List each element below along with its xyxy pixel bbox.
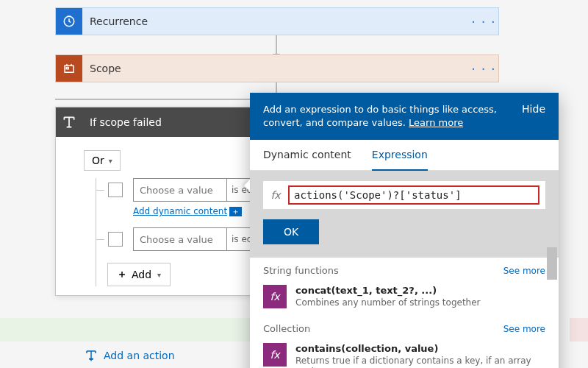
card-recurrence[interactable]: Recurrence · · · bbox=[55, 7, 499, 35]
function-signature: concat(text_1, text_2?, ...) bbox=[295, 285, 481, 296]
add-condition-button[interactable]: ＋ Add ▾ bbox=[107, 263, 171, 286]
add-action-icon bbox=[85, 349, 98, 362]
category-header: Collection See more bbox=[250, 316, 559, 337]
card-scope[interactable]: Scope · · · bbox=[55, 54, 499, 82]
function-description: Combines any number of strings together bbox=[295, 297, 481, 308]
panel-header: Add an expression to do basic things lik… bbox=[250, 93, 559, 140]
scrollbar-thumb[interactable] bbox=[547, 247, 557, 280]
chevron-down-icon: ▾ bbox=[109, 157, 112, 165]
card-recurrence-title: Recurrence bbox=[82, 15, 469, 27]
plus-icon: ＋ bbox=[229, 207, 242, 216]
add-action-label: Add an action bbox=[104, 350, 175, 361]
card-scope-menu[interactable]: · · · bbox=[469, 61, 498, 77]
expression-input-wrap: fx bbox=[263, 181, 545, 209]
card-scope-title: Scope bbox=[82, 63, 469, 74]
function-item[interactable]: fx contains(collection, value) Returns t… bbox=[250, 337, 559, 368]
learn-more-link[interactable]: Learn more bbox=[409, 117, 463, 128]
add-action-button[interactable]: Add an action bbox=[85, 349, 175, 362]
expression-area: fx OK bbox=[250, 171, 559, 258]
connector-arrow bbox=[276, 35, 277, 54]
panel-scrollbar[interactable] bbox=[547, 247, 557, 358]
row-checkbox[interactable] bbox=[108, 232, 123, 247]
expression-panel: Add an expression to do basic things lik… bbox=[250, 93, 559, 368]
function-signature: contains(collection, value) bbox=[295, 343, 545, 354]
fx-icon: fx bbox=[263, 343, 287, 367]
ok-button[interactable]: OK bbox=[263, 219, 319, 244]
tab-expression[interactable]: Expression bbox=[372, 140, 428, 171]
panel-pointer bbox=[244, 180, 250, 191]
svg-rect-3 bbox=[66, 68, 68, 69]
hide-button[interactable]: Hide bbox=[522, 103, 545, 115]
fx-icon: fx bbox=[263, 189, 288, 201]
see-more-link[interactable]: See more bbox=[503, 266, 545, 276]
chevron-down-icon: ▾ bbox=[157, 271, 161, 279]
expression-input[interactable] bbox=[288, 185, 539, 205]
tab-dynamic-content[interactable]: Dynamic content bbox=[263, 140, 351, 170]
branch-yes-zone bbox=[0, 318, 287, 342]
plus-icon: ＋ bbox=[117, 268, 127, 281]
function-item[interactable]: fx concat(text_1, text_2?, ...) Combines… bbox=[250, 279, 559, 316]
group-operator-label: Or bbox=[92, 155, 104, 166]
row-checkbox[interactable] bbox=[108, 183, 123, 197]
clock-icon bbox=[56, 8, 82, 35]
category-name: Collection bbox=[263, 323, 310, 334]
fx-icon: fx bbox=[263, 285, 287, 308]
branch-no-zone bbox=[570, 318, 588, 342]
scope-icon bbox=[56, 55, 82, 82]
see-more-link[interactable]: See more bbox=[503, 324, 545, 334]
condition-icon bbox=[56, 109, 82, 135]
value-input[interactable] bbox=[133, 227, 227, 251]
panel-intro: Add an expression to do basic things lik… bbox=[263, 103, 512, 130]
category-name: String functions bbox=[263, 265, 339, 276]
category-header: String functions See more bbox=[250, 258, 559, 279]
group-operator-select[interactable]: Or ▾ bbox=[84, 150, 121, 171]
panel-tabs: Dynamic content Expression bbox=[250, 140, 559, 171]
add-condition-label: Add bbox=[132, 269, 151, 280]
card-recurrence-menu[interactable]: · · · bbox=[469, 14, 498, 29]
value-input[interactable] bbox=[133, 178, 227, 202]
function-description: Returns true if a dictionary contains a … bbox=[295, 355, 545, 368]
